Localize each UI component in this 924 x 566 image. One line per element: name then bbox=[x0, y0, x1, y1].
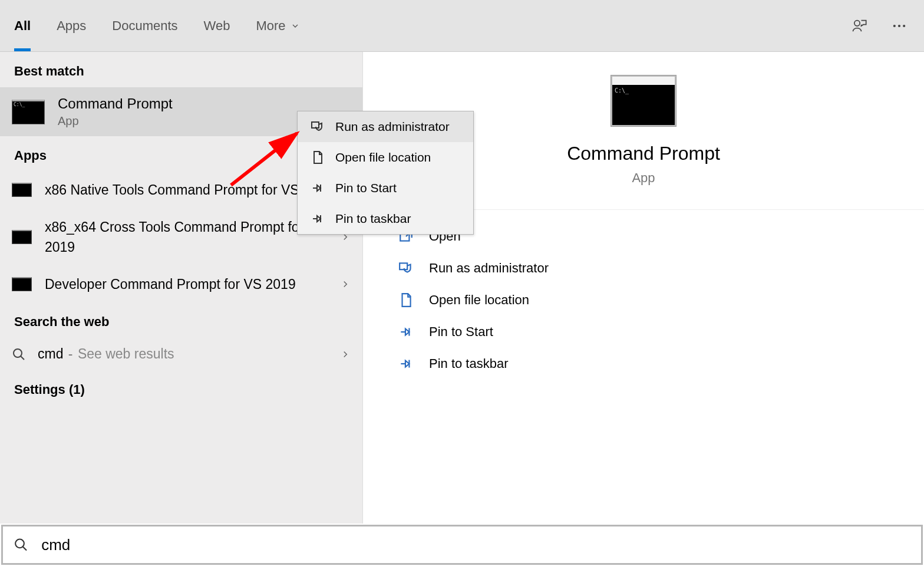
svg-line-11 bbox=[23, 547, 27, 550]
best-match-title: Command Prompt bbox=[58, 96, 173, 112]
file-location-icon bbox=[311, 150, 325, 164]
tab-apps[interactable]: Apps bbox=[57, 0, 86, 51]
settings-header: Settings (1) bbox=[0, 370, 362, 406]
svg-point-0 bbox=[854, 20, 860, 25]
tab-all[interactable]: All bbox=[14, 0, 31, 51]
svg-line-5 bbox=[21, 356, 24, 360]
feedback-icon[interactable] bbox=[851, 18, 867, 34]
tab-documents[interactable]: Documents bbox=[112, 0, 177, 51]
action-label: Open file location bbox=[429, 292, 529, 308]
svg-point-4 bbox=[14, 349, 22, 357]
svg-point-1 bbox=[893, 24, 896, 27]
app-item-label: Developer Command Prompt for VS 2019 bbox=[45, 274, 327, 295]
search-icon bbox=[14, 537, 28, 552]
admin-shield-icon bbox=[398, 261, 414, 276]
pin-icon bbox=[398, 356, 414, 371]
ctx-label: Open file location bbox=[335, 150, 431, 164]
search-icon bbox=[12, 347, 26, 361]
command-prompt-icon bbox=[12, 183, 32, 197]
ctx-label: Run as administrator bbox=[335, 120, 450, 134]
action-run-as-admin[interactable]: Run as administrator bbox=[398, 252, 889, 284]
ctx-label: Pin to taskbar bbox=[335, 212, 411, 226]
web-hint: See web results bbox=[78, 346, 174, 361]
chevron-right-icon bbox=[340, 279, 351, 289]
search-input[interactable] bbox=[41, 536, 910, 554]
action-pin-to-taskbar[interactable]: Pin to taskbar bbox=[398, 348, 889, 380]
app-item-2[interactable]: Developer Command Prompt for VS 2019 bbox=[0, 266, 362, 303]
ctx-label: Pin to Start bbox=[335, 181, 397, 195]
file-location-icon bbox=[398, 292, 414, 308]
chevron-right-icon bbox=[340, 349, 351, 360]
web-search-item[interactable]: cmd - See web results bbox=[0, 338, 362, 370]
tab-web[interactable]: Web bbox=[204, 0, 230, 51]
action-label: Pin to Start bbox=[429, 324, 493, 340]
action-open-file-location[interactable]: Open file location bbox=[398, 284, 889, 316]
filter-tabbar: All Apps Documents Web More bbox=[0, 0, 924, 52]
app-item-label: x86_x64 Cross Tools Command Prompt for V… bbox=[45, 217, 327, 258]
ctx-run-as-admin[interactable]: Run as administrator bbox=[298, 111, 473, 142]
command-prompt-icon bbox=[12, 100, 45, 124]
command-prompt-icon bbox=[12, 230, 32, 244]
tab-more[interactable]: More bbox=[256, 0, 299, 51]
more-options-icon[interactable] bbox=[891, 18, 908, 34]
ctx-pin-to-start[interactable]: Pin to Start bbox=[298, 173, 473, 203]
command-prompt-icon bbox=[611, 75, 676, 126]
search-bar[interactable] bbox=[1, 525, 923, 565]
svg-point-2 bbox=[898, 24, 900, 27]
admin-shield-icon bbox=[311, 120, 325, 134]
context-menu: Run as administrator Open file location … bbox=[297, 111, 474, 235]
ctx-open-file-location[interactable]: Open file location bbox=[298, 142, 473, 173]
command-prompt-icon bbox=[12, 277, 32, 291]
best-match-header: Best match bbox=[0, 52, 362, 87]
pin-icon bbox=[311, 212, 325, 226]
action-label: Run as administrator bbox=[429, 261, 549, 276]
web-query: cmd bbox=[38, 346, 63, 361]
action-label: Pin to taskbar bbox=[429, 356, 509, 371]
pin-icon bbox=[398, 324, 414, 340]
ctx-pin-to-taskbar[interactable]: Pin to taskbar bbox=[298, 203, 473, 234]
pin-icon bbox=[311, 181, 325, 195]
svg-point-10 bbox=[15, 539, 24, 548]
action-pin-to-start[interactable]: Pin to Start bbox=[398, 316, 889, 348]
svg-rect-8 bbox=[312, 122, 319, 128]
svg-rect-7 bbox=[400, 263, 407, 269]
svg-point-3 bbox=[903, 24, 905, 27]
web-header: Search the web bbox=[0, 302, 362, 338]
best-match-subtitle: App bbox=[58, 114, 173, 128]
chevron-down-icon bbox=[291, 21, 300, 31]
